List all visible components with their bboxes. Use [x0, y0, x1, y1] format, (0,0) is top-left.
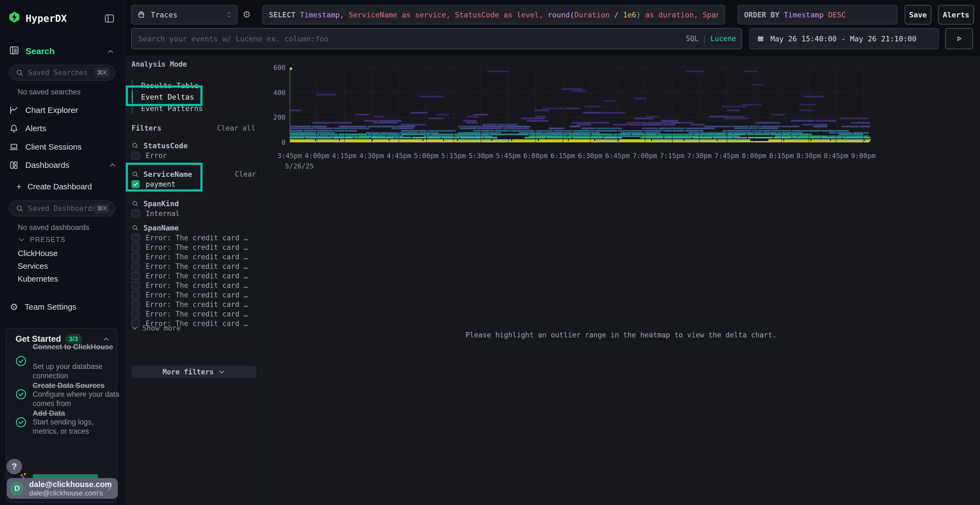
filter-option[interactable]: Error: The credit card …: [132, 243, 256, 252]
filter-option[interactable]: Error: The credit card …: [132, 262, 256, 271]
sidebar-item-alerts[interactable]: Alerts: [9, 123, 46, 134]
filter-group-name[interactable]: SpanName: [143, 224, 179, 232]
filter-option[interactable]: payment: [132, 179, 256, 189]
filter-group-name[interactable]: StatusCode: [143, 141, 188, 150]
chevron-down-icon: [18, 236, 25, 243]
chevron-down-icon: [132, 325, 138, 332]
save-button[interactable]: Save: [905, 5, 931, 24]
sidebar-item-dashboards[interactable]: Dashboards: [9, 160, 116, 171]
show-more-link[interactable]: Show more: [132, 324, 181, 332]
code-token: Timestamp,: [300, 11, 349, 19]
x-tick-label: 6:45pm: [605, 152, 630, 160]
x-tick-label: 4:00pm: [305, 152, 329, 160]
checkbox-unchecked[interactable]: [132, 291, 140, 299]
clear-all-link[interactable]: Clear all: [217, 124, 255, 132]
mode-sql-toggle[interactable]: SQL: [686, 35, 698, 43]
checkbox-unchecked[interactable]: [132, 234, 140, 242]
checkbox-unchecked[interactable]: [132, 210, 140, 218]
filter-option[interactable]: Error: The credit card …: [132, 271, 256, 281]
order-by-expression: ORDER BY Timestamp DESC: [744, 11, 846, 19]
checkbox-unchecked[interactable]: [132, 281, 140, 289]
x-tick-label: 5:30pm: [468, 152, 493, 160]
event-search-bar[interactable]: SQL | Lucene: [131, 28, 742, 49]
mode-separator: |: [702, 35, 707, 43]
filter-option[interactable]: Internal: [132, 209, 256, 218]
mode-event-deltas[interactable]: Event Deltas: [132, 91, 251, 103]
checkbox-checked[interactable]: [132, 180, 140, 188]
get-started-step-title[interactable]: Create Data Sources: [33, 381, 125, 390]
preset-kubernetes[interactable]: Kubernetes: [18, 275, 58, 284]
help-button[interactable]: ?: [6, 459, 22, 474]
code-token: DESC: [828, 11, 846, 19]
filter-option[interactable]: Error: [132, 151, 256, 160]
time-range-value: May 26 15:40:00 - May 26 21:10:00: [770, 35, 916, 43]
saved-searches-input[interactable]: [28, 68, 94, 77]
create-dashboard-button[interactable]: + Create Dashboard: [16, 181, 92, 192]
preset-clickhouse[interactable]: ClickHouse: [18, 249, 58, 258]
sidebar-item-chart-explorer[interactable]: Chart Explorer: [9, 105, 78, 116]
saved-dashboards-search[interactable]: ⌘K: [9, 200, 115, 216]
x-tick-label: 8:15pm: [769, 152, 794, 160]
checkbox-unchecked[interactable]: [132, 262, 140, 270]
calendar-icon: [757, 35, 764, 43]
chevron-up-icon[interactable]: [102, 335, 110, 343]
user-menu[interactable]: D dale@clickhouse.com dale@clickhouse.co…: [7, 478, 118, 499]
y-tick-label: 200: [267, 113, 286, 121]
chevron-up-icon: [107, 48, 115, 56]
analysis-mode-list: Results Table Event Deltas Event Pattern…: [132, 80, 251, 114]
filter-group-statuscode: StatusCodeError: [132, 140, 256, 160]
checkbox-unchecked[interactable]: [132, 300, 140, 308]
checkbox-unchecked[interactable]: [132, 310, 140, 318]
x-tick-label: 6:15pm: [550, 152, 575, 160]
more-filters-button[interactable]: More filters: [132, 366, 256, 378]
x-tick-label: 7:30pm: [687, 152, 711, 160]
checkbox-unchecked[interactable]: [132, 272, 140, 280]
mode-event-patterns[interactable]: Event Patterns: [132, 103, 251, 114]
filter-group-name[interactable]: ServiceName: [143, 170, 192, 178]
checkbox-unchecked[interactable]: [132, 253, 140, 261]
filter-clear-link[interactable]: Clear: [235, 170, 256, 178]
duration-heatmap-canvas[interactable]: [290, 67, 870, 143]
event-search-input[interactable]: [138, 35, 686, 43]
presets-toggle[interactable]: PRESETS: [18, 236, 65, 243]
mode-results-table[interactable]: Results Table: [132, 80, 251, 91]
code-token: Timestamp: [784, 11, 828, 19]
saved-dashboards-input[interactable]: [28, 204, 94, 213]
sidebar-item-team-settings[interactable]: ⚙︎ Team Settings: [10, 302, 76, 312]
filter-option[interactable]: Error: The credit card …: [132, 300, 256, 309]
time-range-picker[interactable]: May 26 15:40:00 - May 26 21:10:00: [749, 28, 939, 49]
source-settings-gear-icon[interactable]: ⚙︎: [243, 10, 251, 19]
search-section-header[interactable]: Search: [0, 41, 125, 63]
filter-option[interactable]: Error: The credit card …: [132, 290, 256, 300]
order-by-editor[interactable]: ORDER BY Timestamp DESC: [737, 5, 897, 24]
no-saved-dashboards-note: No saved dashboards: [18, 223, 89, 232]
completed-check-icon: [15, 416, 27, 428]
source-select[interactable]: Traces: [131, 5, 238, 24]
get-started-panel: Get Started 3/3 Connect to ClickHouseSet…: [6, 328, 117, 503]
preset-services[interactable]: Services: [18, 262, 48, 271]
filters-label: Filters: [132, 124, 161, 132]
filters-panel: Analysis Mode Results Table Event Deltas…: [126, 56, 262, 505]
checkbox-unchecked[interactable]: [132, 243, 140, 251]
saved-searches-search[interactable]: ⌘K: [9, 65, 115, 81]
filter-option[interactable]: Error: The credit card …: [132, 233, 256, 243]
y-tick-label: 600: [267, 64, 286, 71]
get-started-step-title[interactable]: Connect to ClickHouse: [33, 342, 117, 351]
checkbox-unchecked[interactable]: [132, 152, 140, 160]
run-query-button[interactable]: [945, 28, 973, 49]
filter-option-label: Error: The credit card …: [146, 300, 248, 308]
shortcut-badge: ⌘K: [94, 203, 110, 214]
sql-select-editor[interactable]: SELECT Timestamp, ServiceName as service…: [262, 5, 725, 24]
code-token: /: [610, 11, 623, 19]
filter-option[interactable]: Error: The credit card …: [132, 309, 256, 319]
sidebar-collapse-icon[interactable]: [104, 13, 115, 25]
get-started-step-title[interactable]: Add Data: [33, 409, 125, 418]
filter-option[interactable]: Error: The credit card …: [132, 281, 256, 290]
mode-lucene-toggle[interactable]: Lucene: [711, 35, 736, 43]
filter-group-name[interactable]: SpanKind: [143, 199, 179, 208]
filter-option[interactable]: Error: The credit card …: [132, 252, 256, 262]
laptop-icon: [9, 142, 19, 152]
alerts-button[interactable]: Alerts: [938, 5, 974, 24]
sidebar-item-client-sessions[interactable]: Client Sessions: [9, 141, 82, 152]
code-token: round: [548, 11, 570, 19]
